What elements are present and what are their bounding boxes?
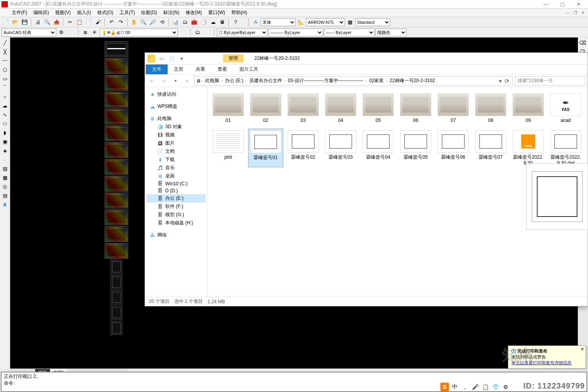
help-icon[interactable]: ? [231,18,240,27]
balloon-link[interactable]: 单击以查看打印和发布详细信息 [511,360,572,365]
back-icon[interactable]: ← [147,76,157,86]
up-icon[interactable]: ↑ [182,76,192,86]
menu-file[interactable]: 文件(F) [9,9,30,17]
arc-icon[interactable]: ⌒ [1,83,9,92]
keyboard-icon[interactable]: 📋 [481,383,490,391]
file-item[interactable]: plot [211,129,246,167]
doc-close-button[interactable]: ✕ [579,10,586,16]
zoom-rt-icon[interactable]: 🔍 [139,18,148,27]
point-icon[interactable]: · [1,155,9,164]
tablestyle-icon[interactable]: ▦ [346,18,354,27]
nav-d[interactable]: 🗄D (D:) [147,187,206,194]
menu-insert[interactable]: 插入(I) [74,9,94,17]
paste-icon[interactable]: 📄 [84,18,93,27]
tp-icon[interactable]: 🧰 [190,18,198,27]
ellipse-icon[interactable]: ⬭ [1,119,9,128]
region-icon[interactable]: ◎ [1,182,9,191]
sheet-thumb[interactable] [111,290,122,304]
tab-share[interactable]: 共享 [189,64,211,74]
nav-pic[interactable]: 🖼图片 [147,139,206,147]
print-icon[interactable]: 🖨 [34,18,42,27]
ime-punct[interactable]: , [461,383,469,391]
crumb[interactable]: 办公 (E:) [223,77,245,85]
ime-lang[interactable]: 中 [450,383,459,391]
zoom-win-icon[interactable]: 🔎 [148,18,157,27]
menu-window[interactable]: 窗口(W) [205,9,228,17]
sheet-thumb[interactable] [111,306,122,320]
file-item[interactable]: 霖峰壹号01 [248,129,283,167]
breadcrumb[interactable]: 🖥 › 此电脑› 办公 (E:)› 吴建有办公文件› 03-设计--------… [194,76,513,86]
skin-icon[interactable]: 👕 [491,383,500,391]
makeblock-icon[interactable]: ◈ [1,146,9,155]
dimstyle-select[interactable]: ARROW-N75 [306,18,345,26]
file-item[interactable]: 09 [511,92,546,125]
file-item[interactable]: 05 [361,92,396,125]
close-button[interactable]: ✕ [571,0,586,8]
qat-new-icon[interactable]: 📄 [168,55,175,63]
tab-file[interactable]: 文件 [146,64,168,74]
file-item[interactable]: 霖峰壹号02 [286,129,321,167]
sheet-thumb[interactable] [111,275,122,289]
tab-view[interactable]: 查看 [211,64,233,74]
table-icon[interactable]: ▤ [1,191,9,200]
mic-icon[interactable]: 🎤 [471,383,479,391]
linetype-select[interactable]: ——— ByLayer [268,29,323,36]
menu-modify[interactable]: 修改(M) [182,9,205,17]
nav-c[interactable]: 🗄Win10 (C:) [147,180,206,187]
mtext-icon[interactable]: A [1,200,9,209]
file-item[interactable]: ✒FASacad [548,92,583,125]
nav-network[interactable]: 🖧网络 [147,231,206,239]
sheet-thumb[interactable] [105,92,128,107]
ellipsearc-icon[interactable]: ◗ [1,128,9,137]
layer-mgr-icon[interactable]: 🗂 [193,28,202,37]
sheet-thumb[interactable] [105,159,128,175]
file-item[interactable]: 霖峰壹号03 [323,129,358,167]
markup-icon[interactable]: ☁ [209,18,217,27]
search-input[interactable]: 搜索"22林峰一号 [515,76,585,86]
zoom-prev-icon[interactable]: ⟲ [158,18,166,27]
forward-icon[interactable]: → [159,76,168,86]
spline-icon[interactable]: ∿ [1,110,9,119]
crumb[interactable]: 22林峰一号20-2-3102 [388,77,436,85]
sheet-thumb[interactable] [105,209,128,225]
pline-icon[interactable]: 〰 [1,56,9,65]
file-item[interactable]: 霖峰壹号05 [398,129,433,167]
file-item[interactable]: 霖峰壹号2022.9.30 [511,129,546,167]
recent-icon[interactable]: ▾ [171,76,180,86]
sheet-thumb[interactable] [105,125,128,141]
sheet-thumb[interactable] [105,58,128,74]
layer-state-icon[interactable]: ☀ [90,28,99,37]
doc-restore-button[interactable]: ❐ [572,10,579,16]
layer-props-icon[interactable]: ≣ [81,28,89,37]
file-item[interactable]: 04 [323,92,358,125]
preview-icon[interactable]: 🔍 [43,18,52,27]
lineweight-select[interactable]: —— ByLayer [324,29,375,36]
sheet-thumb[interactable] [105,109,128,124]
file-item[interactable]: 01 [211,92,246,125]
rect-icon[interactable]: ▭ [1,74,9,83]
line-icon[interactable]: ╱ [1,38,9,47]
crumb[interactable]: 02家装 [368,77,385,85]
undo-icon[interactable]: ↶ [107,18,116,27]
sheet-thumb[interactable] [111,260,122,274]
ssm-icon[interactable]: 📑 [199,18,208,27]
nav-desk[interactable]: 🖥桌面 [147,172,206,180]
sheet-thumb[interactable] [105,176,128,192]
block-icon[interactable]: ▣ [1,137,9,146]
menu-tools[interactable]: 工具(T) [116,9,138,17]
crumb[interactable]: 03-设计-------------方案中---------------- [286,77,365,85]
nav-e[interactable]: 🗄办公 (E:) [147,194,206,202]
maximize-button[interactable]: ▢ [554,0,570,8]
tab-home[interactable]: 主页 [168,64,189,74]
nav-h[interactable]: 🗄本地磁盘 (H:) [147,219,206,227]
sheet-thumb[interactable] [105,41,128,57]
crumb[interactable]: 此电脑 [204,77,221,85]
workspace-select[interactable]: AutoCAD 经典 [2,29,56,36]
polygon-icon[interactable]: ⬡ [1,65,9,74]
layer-select[interactable]: 💡❄🔓🖨☐ 00 [100,29,178,36]
prop-icon[interactable]: 📊 [171,18,180,27]
publish-icon[interactable]: 📤 [52,18,61,27]
minimize-button[interactable]: — [538,0,554,8]
doc-min-button[interactable]: — [564,10,571,16]
copy-icon[interactable]: 📋 [75,18,84,27]
